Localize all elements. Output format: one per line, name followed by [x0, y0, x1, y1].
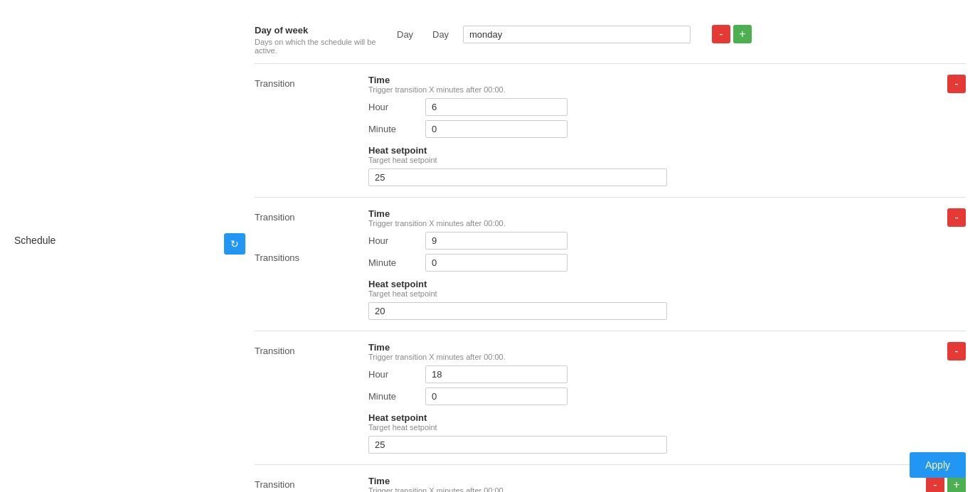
transition-remove-button-3[interactable]: - [926, 476, 944, 492]
minute-label-1: Minute [368, 257, 418, 268]
schedule-label: Schedule [14, 235, 55, 246]
time-title-0: Time [368, 75, 966, 85]
hour-label-0: Hour [368, 102, 418, 112]
day-of-week-section: Day of week Days on which the schedule w… [255, 18, 966, 64]
minute-label-2: Minute [368, 391, 418, 402]
transition-label-0: Transition [255, 75, 368, 89]
transition-section-0: Transition Time Trigger transition X min… [255, 64, 966, 198]
heat-title-2: Heat setpoint [368, 412, 966, 423]
transitions-container: Transition Time Trigger transition X min… [255, 64, 966, 492]
heat-input-0[interactable] [368, 169, 667, 186]
transition-label-2: Transition [255, 342, 368, 356]
transition-section-2: Transition Time Trigger transition X min… [255, 331, 966, 465]
day-of-week-subtitle: Days on which the schedule will be activ… [255, 38, 397, 55]
transition-remove-button-2[interactable]: - [947, 342, 966, 360]
time-subtitle-1: Trigger transition X minutes after 00:00… [368, 219, 966, 228]
transition-remove-button-0[interactable]: - [947, 75, 966, 93]
heat-input-2[interactable] [368, 436, 667, 454]
minute-input-2[interactable] [425, 387, 568, 405]
transition-label-3: Transition [255, 476, 368, 490]
minute-input-1[interactable] [425, 254, 568, 272]
minute-input-0[interactable] [425, 120, 568, 138]
refresh-button[interactable]: ↻ [224, 233, 245, 255]
time-title-3: Time [368, 476, 966, 486]
transition-label-1: Transition [255, 208, 368, 223]
minute-label-0: Minute [368, 124, 418, 134]
time-subtitle-0: Trigger transition X minutes after 00:00… [368, 85, 966, 94]
day-field-label: Day [397, 29, 425, 40]
time-title-1: Time [368, 208, 966, 219]
hour-input-0[interactable] [425, 98, 568, 116]
day-add-button[interactable]: + [733, 25, 752, 43]
heat-input-1[interactable] [368, 302, 667, 320]
day-inner-label: Day [432, 29, 457, 40]
transition-section-3: Transition Time Trigger transition X min… [255, 465, 966, 492]
heat-subtitle-2: Target heat setpoint [368, 423, 966, 432]
heat-subtitle-0: Target heat setpoint [368, 156, 966, 164]
time-subtitle-3: Trigger transition X minutes after 00:00… [368, 486, 966, 492]
refresh-icon: ↻ [230, 238, 239, 250]
hour-input-2[interactable] [425, 365, 568, 383]
apply-button[interactable]: Apply [910, 452, 966, 478]
time-subtitle-2: Trigger transition X minutes after 00:00… [368, 353, 966, 361]
day-remove-button[interactable]: - [712, 25, 730, 43]
hour-input-1[interactable] [425, 232, 568, 250]
day-of-week-title: Day of week [255, 25, 397, 36]
hour-label-1: Hour [368, 235, 418, 246]
day-input[interactable] [463, 26, 691, 43]
time-title-2: Time [368, 342, 966, 353]
transition-section-1: Transition Time Trigger transition X min… [255, 198, 966, 331]
transition-remove-button-1[interactable]: - [947, 208, 966, 227]
heat-title-1: Heat setpoint [368, 279, 966, 289]
hour-label-2: Hour [368, 369, 418, 380]
transition-add-button-3[interactable]: + [947, 476, 966, 492]
heat-title-0: Heat setpoint [368, 145, 966, 156]
heat-subtitle-1: Target heat setpoint [368, 289, 966, 298]
